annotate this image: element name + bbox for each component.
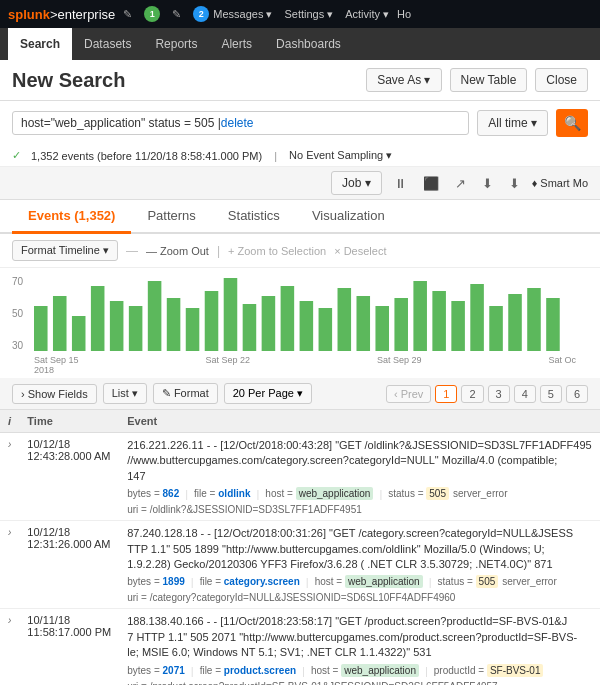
nav-alerts[interactable]: Alerts — [209, 28, 264, 60]
splunk-enterprise-label: >enterprise — [50, 7, 115, 22]
search-query-link[interactable]: delete — [221, 116, 254, 130]
top-nav: splunk>enterprise ✎ 1 ✎ 2 Messages ▾ Set… — [0, 0, 600, 28]
smart-mode[interactable]: ♦ Smart Mo — [532, 177, 588, 189]
header-actions: Save As ▾ New Table Close — [366, 68, 588, 92]
table-row[interactable]: › 10/12/1812:43:28.000 AM 216.221.226.11… — [0, 433, 600, 521]
tab-patterns[interactable]: Patterns — [131, 200, 211, 234]
x-label-sep22: Sat Sep 22 — [205, 355, 250, 375]
page-2-button[interactable]: 2 — [461, 385, 483, 403]
status-separator: | — [274, 150, 277, 162]
row-expand-2[interactable]: › — [0, 521, 19, 609]
new-table-button[interactable]: New Table — [450, 68, 528, 92]
search-bar: host="web_application" status = 505 | de… — [0, 101, 600, 145]
pause-icon[interactable]: ⏸ — [390, 174, 411, 193]
events-table: i Time Event › 10/12/1812:43:28.000 AM 2… — [0, 410, 600, 685]
export-icon[interactable]: ⬇ — [478, 174, 497, 193]
page-3-button[interactable]: 3 — [488, 385, 510, 403]
page-5-button[interactable]: 5 — [540, 385, 562, 403]
time-range-label: All time ▾ — [488, 116, 537, 130]
search-input-wrap[interactable]: host="web_application" status = 505 | de… — [12, 111, 469, 135]
field-productid-3: productId = SF-BVS-01 — [434, 665, 544, 677]
tab-statistics[interactable]: Statistics — [212, 200, 296, 234]
close-button[interactable]: Close — [535, 68, 588, 92]
per-page-button[interactable]: 20 Per Page ▾ — [224, 383, 312, 404]
format-button[interactable]: ✎ Format — [153, 383, 218, 404]
nav-reports[interactable]: Reports — [143, 28, 209, 60]
time-range-selector[interactable]: All time ▾ — [477, 110, 548, 136]
page-4-button[interactable]: 4 — [514, 385, 536, 403]
results-toolbar: › Show Fields List ▾ ✎ Format 20 Per Pag… — [0, 378, 600, 410]
zoom-out-button[interactable]: — Zoom Out — [146, 245, 209, 257]
svg-rect-17 — [356, 296, 370, 351]
time-cell-2: 10/12/1812:31:26.000 AM — [19, 521, 119, 609]
event-fields-2: bytes = 1899 | file = category.screen | … — [127, 576, 592, 588]
chart-svg — [34, 276, 576, 351]
notification-badge[interactable]: 1 — [144, 6, 160, 22]
svg-rect-19 — [394, 298, 408, 351]
splunk-logo: splunk>enterprise — [8, 7, 115, 22]
svg-rect-15 — [319, 308, 333, 351]
activity-menu[interactable]: Activity ▾ — [345, 8, 389, 21]
field-bytes-2: bytes = 1899 — [127, 576, 185, 588]
show-fields-button[interactable]: › Show Fields — [12, 384, 97, 404]
stop-icon[interactable]: ⬛ — [419, 174, 443, 193]
svg-rect-20 — [413, 281, 427, 351]
save-as-button[interactable]: Save As ▾ — [366, 68, 441, 92]
pencil2-icon: ✎ — [172, 8, 181, 21]
table-row[interactable]: › 10/12/1812:31:26.000 AM 87.240.128.18 … — [0, 521, 600, 609]
messages-badge-icon: 2 — [193, 6, 209, 22]
svg-rect-16 — [338, 288, 352, 351]
tabs-bar: Events (1,352) Patterns Statistics Visua… — [0, 200, 600, 234]
page-6-button[interactable]: 6 — [566, 385, 588, 403]
settings-menu[interactable]: Settings ▾ — [284, 8, 333, 21]
job-button[interactable]: Job ▾ — [331, 171, 382, 195]
field-server-error-2: server_error — [502, 576, 556, 588]
tab-events[interactable]: Events (1,352) — [12, 200, 131, 234]
tab-visualization[interactable]: Visualization — [296, 200, 401, 234]
nav-dashboards[interactable]: Dashboards — [264, 28, 353, 60]
deselect-button: × Deselect — [334, 245, 386, 257]
prev-page-button[interactable]: ‹ Prev — [386, 385, 431, 403]
x-label-oct: Sat Oc — [548, 355, 576, 375]
y-label-50: 50 — [12, 308, 23, 319]
settings-arrow: ▾ — [327, 8, 333, 21]
messages-menu[interactable]: Messages ▾ — [213, 8, 272, 21]
sampling-selector[interactable]: No Event Sampling ▾ — [289, 149, 392, 162]
y-label-70: 70 — [12, 276, 23, 287]
field-host-2: host = web_application — [315, 576, 423, 588]
row-expand-3[interactable]: › — [0, 609, 19, 685]
share-icon[interactable]: ↗ — [451, 174, 470, 193]
event-cell-2: 87.240.128.18 - - [12/Oct/2018:00:31:26]… — [119, 521, 600, 609]
pencil-icon: ✎ — [123, 8, 132, 21]
svg-rect-0 — [34, 306, 48, 351]
search-go-button[interactable]: 🔍 — [556, 109, 588, 137]
row-expand-1[interactable]: › — [0, 433, 19, 521]
nav-datasets[interactable]: Datasets — [72, 28, 143, 60]
show-fields-label: › Show Fields — [21, 388, 88, 400]
download-icon[interactable]: ⬇ — [505, 174, 524, 193]
field-status-2: status = 505 — [438, 576, 499, 588]
field-uri-3: uri = /product.screen?productId=SF-BVS-0… — [127, 681, 497, 685]
expand-icon-2: › — [8, 527, 11, 538]
field-server-error-1: server_error — [453, 488, 507, 500]
svg-rect-21 — [432, 291, 446, 351]
list-button[interactable]: List ▾ — [103, 383, 147, 404]
user-menu[interactable]: Ho — [397, 8, 411, 20]
expand-icon-3: › — [8, 615, 11, 626]
nav-search[interactable]: Search — [8, 28, 72, 60]
svg-rect-24 — [489, 306, 503, 351]
field-host-1: host = web_application — [265, 488, 373, 500]
chart-area: 70 50 30 — [0, 268, 600, 378]
svg-rect-22 — [451, 301, 465, 351]
chart-y-labels: 70 50 30 — [12, 276, 23, 351]
page-1-button[interactable]: 1 — [435, 385, 457, 403]
table-row[interactable]: › 10/11/1811:58:17.000 PM 188.138.40.166… — [0, 609, 600, 685]
status-bar: ✓ 1,352 events (before 11/20/18 8:58:41.… — [0, 145, 600, 167]
format-timeline-button[interactable]: Format Timeline ▾ — [12, 240, 118, 261]
col-event: Event — [119, 410, 600, 433]
svg-rect-2 — [72, 316, 86, 351]
svg-rect-13 — [281, 286, 295, 351]
secondary-nav: Search Datasets Reports Alerts Dashboard… — [0, 28, 600, 60]
messages-arrow: ▾ — [266, 8, 272, 21]
col-i: i — [0, 410, 19, 433]
